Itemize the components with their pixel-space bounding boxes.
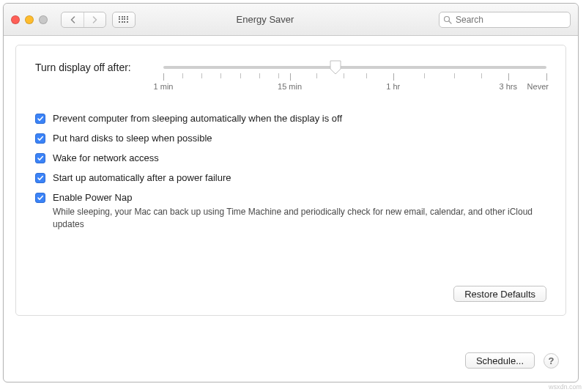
display-off-row: Turn display off after: bbox=[35, 62, 546, 94]
svg-point-0 bbox=[445, 16, 450, 21]
settings-box: Turn display off after: bbox=[15, 45, 566, 316]
window-title: Energy Saver bbox=[97, 14, 433, 25]
power-nap-label: Enable Power Nap bbox=[53, 192, 132, 203]
tick-label-15min: 15 min bbox=[278, 82, 302, 91]
slider-track bbox=[163, 66, 546, 69]
help-icon: ? bbox=[549, 355, 555, 366]
search-input[interactable] bbox=[439, 12, 571, 28]
close-icon[interactable] bbox=[11, 15, 20, 24]
tick-label-1min: 1 min bbox=[154, 82, 174, 91]
checkbox-checked-icon[interactable] bbox=[35, 114, 45, 124]
prevent-sleep-label: Prevent computer from sleeping automatic… bbox=[53, 113, 342, 125]
prevent-sleep-row[interactable]: Prevent computer from sleeping automatic… bbox=[35, 113, 546, 125]
power-nap-row[interactable]: Enable Power Nap While sleeping, your Ma… bbox=[35, 192, 546, 230]
forward-button[interactable] bbox=[84, 12, 105, 27]
search-icon bbox=[443, 15, 452, 24]
zoom-icon[interactable] bbox=[39, 15, 48, 24]
window-controls bbox=[11, 15, 48, 24]
slider-ticks bbox=[163, 73, 546, 81]
hd-sleep-label: Put hard disks to sleep when possible bbox=[53, 133, 212, 145]
svg-line-1 bbox=[449, 21, 451, 23]
watermark: wsxdn.com bbox=[549, 383, 582, 391]
tick-label-3hrs: 3 hrs bbox=[499, 82, 516, 91]
restore-defaults-button[interactable]: Restore Defaults bbox=[453, 286, 546, 302]
wake-network-row[interactable]: Wake for network access bbox=[35, 152, 546, 165]
checkbox-checked-icon[interactable] bbox=[35, 153, 45, 163]
tick-label-1hr: 1 hr bbox=[386, 82, 400, 91]
show-all-button[interactable] bbox=[112, 12, 136, 28]
checkbox-checked-icon[interactable] bbox=[35, 133, 45, 144]
display-off-slider[interactable]: 1 min 15 min 1 hr 3 hrs Never bbox=[163, 62, 546, 94]
wake-network-label: Wake for network access bbox=[53, 152, 159, 165]
footer: Schedule... ? bbox=[465, 352, 559, 369]
help-button[interactable]: ? bbox=[544, 353, 559, 369]
panel: Turn display off after: bbox=[4, 36, 578, 382]
slider-labels: 1 min 15 min 1 hr 3 hrs Never bbox=[163, 82, 546, 94]
hd-sleep-row[interactable]: Put hard disks to sleep when possible bbox=[35, 133, 546, 145]
minimize-icon[interactable] bbox=[25, 15, 34, 24]
grid-icon bbox=[119, 16, 129, 23]
toolbar: Energy Saver bbox=[4, 4, 578, 36]
chevron-right-icon bbox=[92, 16, 98, 23]
tick-label-never: Never bbox=[527, 82, 549, 91]
search-field[interactable] bbox=[439, 12, 571, 28]
back-button[interactable] bbox=[62, 12, 84, 27]
checkbox-checked-icon[interactable] bbox=[35, 193, 45, 203]
chevron-left-icon bbox=[70, 16, 76, 23]
checkbox-list: Prevent computer from sleeping automatic… bbox=[35, 113, 546, 230]
display-off-label: Turn display off after: bbox=[35, 62, 163, 73]
schedule-button[interactable]: Schedule... bbox=[465, 352, 535, 369]
auto-start-row[interactable]: Start up automatically after a power fai… bbox=[35, 172, 546, 185]
checkbox-checked-icon[interactable] bbox=[35, 173, 45, 183]
auto-start-label: Start up automatically after a power fai… bbox=[53, 172, 231, 185]
power-nap-description: While sleeping, your Mac can back up usi… bbox=[53, 206, 546, 229]
nav-back-forward bbox=[61, 12, 106, 28]
energy-saver-window: Energy Saver Turn display off after: bbox=[3, 3, 579, 382]
